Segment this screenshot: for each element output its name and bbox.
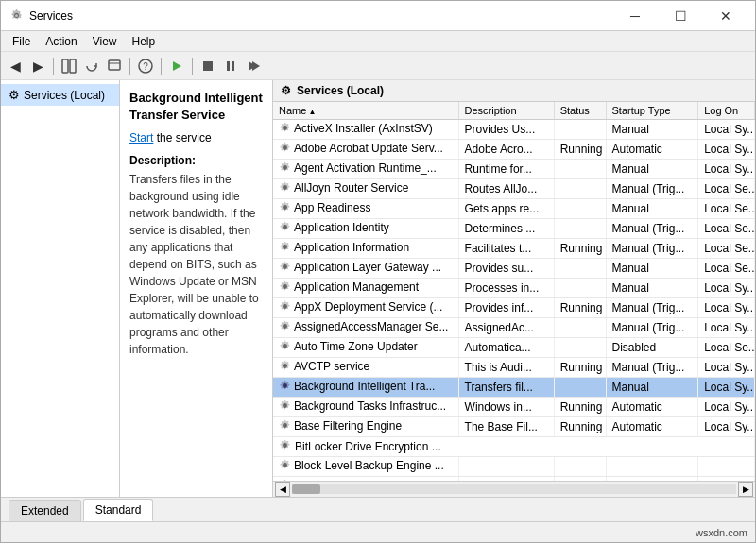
col-startup-type[interactable]: Startup Type bbox=[606, 102, 698, 120]
table-row[interactable]: Block Level Backup Engine ... bbox=[273, 457, 755, 477]
scroll-right[interactable]: ▶ bbox=[738, 482, 753, 497]
toolbar-separator-4 bbox=[192, 58, 193, 75]
services-table-wrap[interactable]: Name Description Status Startup Type Log… bbox=[273, 102, 755, 481]
table-row[interactable]: App ReadinessGets apps re...ManualLocal … bbox=[273, 199, 755, 219]
forward-button[interactable]: ▶ bbox=[27, 56, 48, 76]
horizontal-scrollbar[interactable]: ◀ ▶ bbox=[273, 481, 755, 497]
toolbar-separator-2 bbox=[129, 58, 130, 75]
col-name[interactable]: Name bbox=[273, 102, 458, 120]
scroll-left[interactable]: ◀ bbox=[275, 482, 290, 497]
close-button[interactable]: ✕ bbox=[704, 7, 747, 25]
table-row[interactable]: Agent Activation Runtime_...Runtime for.… bbox=[273, 160, 755, 179]
action-text: the service bbox=[153, 131, 211, 144]
svg-rect-0 bbox=[62, 59, 68, 73]
services-pane: ⚙ Services (Local) Name Description Stat… bbox=[273, 80, 755, 497]
status-bar: wsxdn.com bbox=[1, 521, 755, 542]
table-row[interactable]: Background Intelligent Tra...Transfers f… bbox=[273, 378, 755, 398]
refresh-button[interactable] bbox=[81, 56, 102, 76]
svg-rect-7 bbox=[203, 61, 213, 71]
title-bar: Services ─ ☐ ✕ bbox=[1, 1, 755, 31]
minimize-button[interactable]: ─ bbox=[613, 7, 657, 25]
app-icon bbox=[9, 8, 24, 24]
svg-marker-6 bbox=[173, 61, 181, 71]
table-row[interactable]: Application IdentityDetermines ...Manual… bbox=[273, 219, 755, 239]
table-row[interactable]: AssignedAccessManager Se...AssignedAc...… bbox=[273, 318, 755, 338]
menu-view[interactable]: View bbox=[85, 33, 125, 50]
col-log-on[interactable]: Log On bbox=[698, 102, 755, 120]
toolbar-separator-3 bbox=[161, 58, 162, 75]
menu-file[interactable]: File bbox=[5, 33, 38, 50]
services-table: Name Description Status Startup Type Log… bbox=[273, 102, 755, 481]
scroll-thumb[interactable] bbox=[292, 484, 320, 494]
play-button[interactable] bbox=[166, 56, 187, 76]
table-row[interactable]: Application ManagementProcesses in...Man… bbox=[273, 279, 755, 298]
nav-services-local[interactable]: ⚙ Services (Local) bbox=[1, 84, 119, 106]
stop-button[interactable] bbox=[198, 56, 218, 76]
service-title: Background Intelligent Transfer Service bbox=[129, 90, 263, 124]
title-bar-left: Services bbox=[9, 8, 73, 24]
description-heading: Description: bbox=[129, 154, 263, 167]
back-button[interactable]: ◀ bbox=[5, 56, 26, 76]
description-text: Transfers files in the background using … bbox=[129, 171, 263, 358]
scroll-track[interactable] bbox=[292, 484, 736, 494]
description-pane: Background Intelligent Transfer Service … bbox=[120, 80, 273, 497]
toolbar-separator-1 bbox=[53, 58, 54, 75]
col-description[interactable]: Description bbox=[458, 102, 554, 120]
services-icon: ⚙ bbox=[9, 88, 20, 102]
title-buttons: ─ ☐ ✕ bbox=[613, 7, 747, 25]
table-row[interactable]: AVCTP serviceThis is Audi...RunningManua… bbox=[273, 358, 755, 378]
services-header-icon: ⚙ bbox=[281, 84, 291, 97]
menu-help[interactable]: Help bbox=[125, 33, 163, 50]
export-button[interactable] bbox=[104, 56, 125, 76]
main-window: Services ─ ☐ ✕ File Action View Help ◀ ▶… bbox=[0, 0, 756, 543]
nav-pane: ⚙ Services (Local) bbox=[1, 80, 120, 497]
table-row[interactable]: BitLocker Drive Encryption ... BDSVC hos… bbox=[273, 437, 755, 457]
toolbar: ◀ ▶ ? bbox=[1, 52, 755, 80]
menu-bar: File Action View Help bbox=[1, 31, 755, 52]
svg-marker-11 bbox=[252, 61, 260, 71]
status-text: wsxdn.com bbox=[696, 527, 747, 538]
svg-text:?: ? bbox=[143, 61, 148, 72]
content-area: Background Intelligent Transfer Service … bbox=[120, 80, 755, 497]
table-row[interactable]: Application Layer Gateway ...Provides su… bbox=[273, 259, 755, 279]
table-row[interactable]: Bluetooth Audio Gateway S...Service sup.… bbox=[273, 477, 755, 482]
pause-button[interactable] bbox=[220, 56, 241, 76]
window-title: Services bbox=[29, 9, 73, 23]
tab-standard[interactable]: Standard bbox=[83, 499, 154, 521]
show-hide-button[interactable] bbox=[59, 56, 79, 76]
table-row[interactable]: Base Filtering EngineThe Base Fil...Runn… bbox=[273, 417, 755, 437]
svg-rect-9 bbox=[232, 61, 234, 71]
table-row[interactable]: Application InformationFacilitates t...R… bbox=[273, 239, 755, 259]
table-row[interactable]: Background Tasks Infrastruc...Windows in… bbox=[273, 398, 755, 417]
restart-button[interactable] bbox=[243, 56, 264, 76]
help-button[interactable]: ? bbox=[135, 56, 156, 76]
table-row[interactable]: AppX Deployment Service (...Provides inf… bbox=[273, 298, 755, 318]
start-action: Start the service bbox=[129, 131, 263, 144]
services-header-label: Services (Local) bbox=[297, 84, 384, 97]
svg-rect-2 bbox=[109, 60, 120, 70]
table-row[interactable]: AllJoyn Router ServiceRoutes AllJo...Man… bbox=[273, 179, 755, 199]
table-row[interactable]: Adobe Acrobat Update Serv...Adobe Acro..… bbox=[273, 140, 755, 160]
tab-extended[interactable]: Extended bbox=[9, 500, 81, 521]
start-link[interactable]: Start bbox=[129, 131, 153, 144]
services-pane-header: ⚙ Services (Local) bbox=[273, 80, 755, 102]
bottom-tabs: Extended Standard bbox=[1, 497, 755, 521]
table-row[interactable]: Auto Time Zone UpdaterAutomatica...Disab… bbox=[273, 338, 755, 358]
col-status[interactable]: Status bbox=[554, 102, 606, 120]
table-row[interactable]: ActiveX Installer (AxInstSV)Provides Us.… bbox=[273, 120, 755, 140]
menu-action[interactable]: Action bbox=[38, 33, 84, 50]
svg-rect-8 bbox=[227, 61, 230, 71]
maximize-button[interactable]: ☐ bbox=[659, 7, 702, 25]
svg-rect-1 bbox=[70, 59, 76, 73]
nav-label: Services (Local) bbox=[24, 89, 105, 102]
main-area: ⚙ Services (Local) Background Intelligen… bbox=[1, 80, 755, 497]
